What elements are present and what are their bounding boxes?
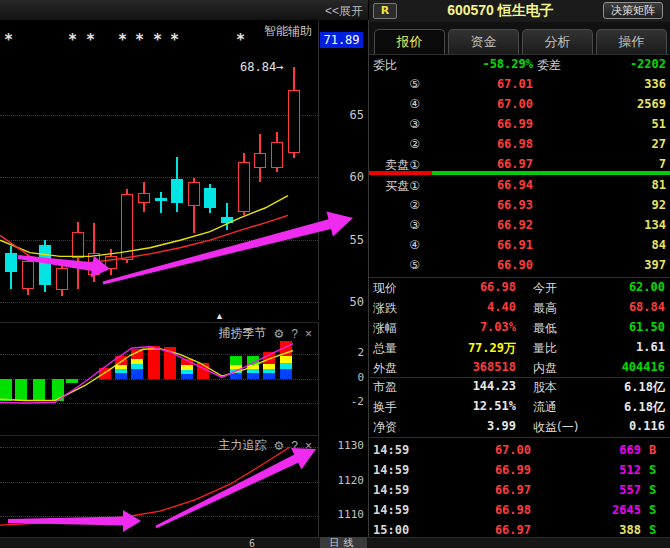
stat-value: 62.00 [565,280,665,294]
oscillator-bar-segment [247,356,259,365]
oscillator-bar-segment [115,373,127,379]
stat-value: 144.23 [426,379,516,393]
stat-row: 外盘368518内盘404416 [371,360,666,376]
price-axis-column [319,20,369,537]
candle-body [188,182,200,206]
buy-volume: 84 [541,238,666,252]
tab-quote[interactable]: 报价 [374,29,445,54]
candle-body [88,253,100,275]
stat-value: 12.51% [426,399,516,413]
collapse-button[interactable]: <<展开 [325,3,363,20]
weibi-label: 委比 [373,57,397,74]
stat-value: 6.18亿 [565,379,665,396]
stat-value: 77.29万 [426,340,516,357]
oscillator-bar-segment [230,356,242,365]
stat-value: 404416 [565,360,665,374]
stat-label: 最高 [533,300,557,317]
candle-body [288,90,300,153]
sell-price: 67.01 [433,77,533,91]
sell-price: 66.97 [433,157,533,171]
tick-side: S [649,463,665,477]
gridline [0,516,318,517]
osc-tick-2: 2 [322,346,364,359]
candle-body [204,188,216,208]
tick-volume: 557 [541,483,641,497]
sell-level-label: 卖盘① [371,157,420,174]
buy-row-5[interactable]: ⑤66.90397 [371,258,666,274]
oscillator-bar-segment [280,356,292,363]
buy-row-1[interactable]: 买盘①66.9481 [371,178,666,194]
stat-row: 涨跌4.40最高68.84 [371,300,666,316]
price-tick-55: 55 [322,233,364,247]
price-tick-50: 50 [322,295,364,309]
stat-label: 涨幅 [373,320,397,337]
stat-label: 最低 [533,320,557,337]
buy-level-label: ⑤ [371,258,420,272]
help-icon[interactable]: ? [291,439,298,453]
buy-row-3[interactable]: ③66.92134 [371,218,666,234]
candle-body [138,193,150,203]
candle-body [254,153,266,168]
oscillator-bar-segment [247,373,259,379]
decision-matrix-button[interactable]: 决策矩阵 [603,2,663,19]
stat-label: 外盘 [373,360,397,377]
buy-volume: 134 [541,218,666,232]
tick-side: S [649,503,665,517]
buy-price: 66.92 [433,218,533,232]
tick-side: B [649,443,665,457]
tab-analysis[interactable]: 分析 [522,29,593,54]
gridline [0,177,318,178]
tick-side: S [649,483,665,497]
oscillator-bar-segment [131,349,143,359]
stat-row: 涨幅7.03%最低61.50 [371,320,666,336]
stat-row: 总量77.29万量比1.61 [371,340,666,356]
oscillator-bar-segment [33,379,45,401]
tick-price: 67.00 [431,443,531,457]
sell-row-1[interactable]: ⑤67.01336 [371,77,666,93]
candle-body [155,198,167,200]
tick-time: 14:59 [373,463,409,477]
oscillator-bar-segment [148,346,160,379]
stat-value: 4.40 [426,300,516,314]
sell-volume: 7 [541,157,666,171]
stat-row: 净资3.99收益(一)0.116 [371,419,666,435]
sell-row-3[interactable]: ③66.9951 [371,117,666,133]
signal-star: * [153,31,162,49]
signal-star: * [135,31,144,49]
sell-price: 66.98 [433,137,533,151]
tick-row: 14:5967.00669B [371,443,666,459]
tab-capital[interactable]: 资金 [448,29,519,54]
tick-price: 66.97 [431,483,531,497]
gear-icon[interactable]: ⚙ [274,327,285,341]
candle-body [121,194,133,260]
candle-body [238,162,250,212]
oscillator-bar-segment [131,369,143,379]
sell-row-4[interactable]: ②66.9827 [371,137,666,153]
candle-body [22,261,34,288]
fishing-season-panel: 捕捞季节 ⚙ ? × [0,322,319,435]
buy-volume: 92 [541,198,666,212]
tick-side: S [649,523,665,537]
current-price-axis-label: 71.89 [320,32,363,48]
tick-row: 14:5966.97557S [371,483,666,499]
stat-label: 流通 [533,399,557,416]
close-icon[interactable]: × [305,439,312,453]
help-icon[interactable]: ? [291,327,298,341]
buy-price: 66.94 [433,178,533,192]
buy-row-2[interactable]: ②66.9392 [371,198,666,214]
candle-body [221,217,233,223]
gear-icon[interactable]: ⚙ [274,439,285,453]
period-tab-daily[interactable]: 日线 [320,537,367,548]
candle-wick [160,192,162,213]
tick-row: 15:0066.97388S [371,523,666,539]
buy-row-4[interactable]: ④66.9184 [371,238,666,254]
gridline [0,447,318,448]
close-icon[interactable]: × [305,327,312,341]
r-badge: R [373,3,397,19]
sell-row-5[interactable]: 卖盘①66.977 [371,157,666,173]
sell-row-2[interactable]: ④67.002569 [371,97,666,113]
gridline [0,403,318,404]
tab-operate[interactable]: 操作 [596,29,667,54]
main-force-tracking-panel: 主力追踪 ⚙ ? × [0,435,319,538]
stat-label: 市盈 [373,379,397,396]
